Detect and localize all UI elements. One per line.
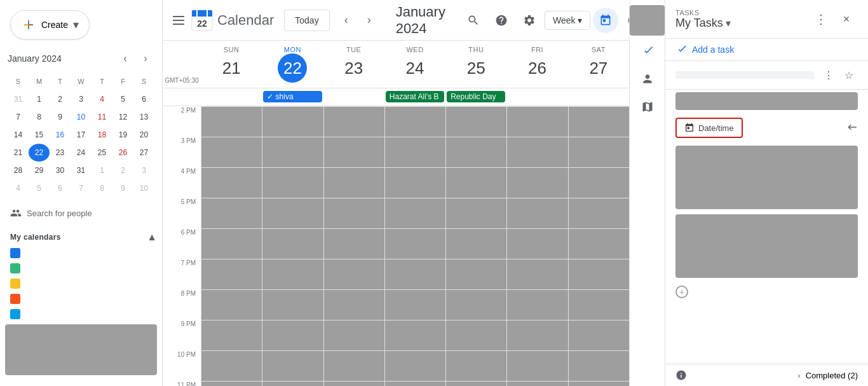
time-cell-2-6[interactable]	[568, 167, 629, 198]
add-task-row[interactable]: Add a task	[665, 39, 868, 61]
time-cell-5-5[interactable]	[506, 259, 567, 289]
time-cell-9-5[interactable]	[506, 381, 567, 386]
time-cell-8-6[interactable]	[568, 350, 629, 381]
time-cell-7-3[interactable]	[384, 320, 445, 350]
time-cell-7-4[interactable]	[445, 320, 506, 350]
time-cell-9-4[interactable]	[445, 381, 506, 386]
cal-item-1[interactable]	[5, 245, 157, 261]
task-star-icon[interactable]: ☆	[840, 66, 858, 84]
time-cell-5-3[interactable]	[384, 259, 445, 289]
side-icon-notification[interactable]	[630, 5, 665, 36]
time-cell-2-4[interactable]	[445, 167, 506, 198]
mini-cal-day[interactable]: 1	[29, 90, 50, 108]
time-cell-8-1[interactable]	[262, 350, 323, 381]
time-cell-3-0[interactable]	[201, 198, 262, 228]
time-cell-2-0[interactable]	[201, 167, 262, 198]
time-cell-1-3[interactable]	[384, 137, 445, 167]
mini-cal-day[interactable]: 15	[29, 126, 50, 144]
create-button[interactable]: Create ▾	[10, 10, 90, 39]
mini-cal-day[interactable]: 9	[112, 179, 133, 197]
time-cell-4-5[interactable]	[506, 228, 567, 259]
task-input-gray[interactable]	[675, 92, 858, 110]
time-cell-7-0[interactable]	[201, 320, 262, 350]
cal-item-3[interactable]	[5, 276, 157, 291]
mini-cal-prev[interactable]: ‹	[116, 50, 134, 67]
search-people[interactable]: Search for people	[0, 202, 162, 224]
task-search-box[interactable]	[675, 71, 815, 79]
task-expand-button[interactable]	[846, 121, 858, 135]
event-shiva[interactable]: ✓ shiva	[263, 91, 322, 102]
time-cell-2-1[interactable]	[262, 167, 323, 198]
settings-button[interactable]	[517, 8, 542, 33]
tasks-more-options[interactable]: ⋮	[812, 9, 830, 29]
event-hazarat[interactable]: Hazarat Ali's B	[386, 91, 444, 102]
tasks-close-button[interactable]: ×	[835, 8, 858, 31]
time-cell-9-2[interactable]	[323, 381, 384, 386]
mini-cal-day[interactable]: 23	[50, 144, 71, 162]
time-cell-0-5[interactable]	[506, 106, 567, 137]
mini-cal-day[interactable]: 10	[133, 179, 154, 197]
today-button[interactable]: Today	[284, 10, 329, 31]
mini-cal-day[interactable]: 4	[8, 179, 29, 197]
time-cell-5-4[interactable]	[445, 259, 506, 289]
mini-cal-day[interactable]: 22	[29, 144, 50, 162]
time-cell-4-2[interactable]	[323, 228, 384, 259]
mini-cal-day[interactable]: 21	[8, 144, 29, 162]
time-cell-3-1[interactable]	[262, 198, 323, 228]
time-cell-4-3[interactable]	[384, 228, 445, 259]
calendar-view-button[interactable]	[593, 8, 618, 33]
mini-cal-day[interactable]: 8	[29, 108, 50, 126]
next-week-button[interactable]: ›	[358, 9, 381, 32]
time-cell-8-5[interactable]	[506, 350, 567, 381]
mini-cal-day[interactable]: 2	[112, 162, 133, 179]
time-cell-3-3[interactable]	[384, 198, 445, 228]
time-cell-9-1[interactable]	[262, 381, 323, 386]
time-cell-0-1[interactable]	[262, 106, 323, 137]
info-icon[interactable]	[675, 369, 687, 381]
mini-cal-day[interactable]: 31	[71, 162, 92, 179]
time-cell-2-2[interactable]	[323, 167, 384, 198]
mini-cal-day[interactable]: 18	[92, 126, 112, 144]
time-cell-1-0[interactable]	[201, 137, 262, 167]
date-time-button[interactable]: Date/time	[675, 118, 743, 138]
mini-cal-day[interactable]: 6	[133, 90, 154, 108]
time-cell-3-6[interactable]	[568, 198, 629, 228]
time-cell-3-2[interactable]	[323, 198, 384, 228]
completed-row[interactable]: › Completed (2)	[797, 371, 858, 380]
event-republic[interactable]: Republic Day	[447, 91, 505, 102]
mini-cal-day[interactable]: 16	[50, 126, 71, 144]
hamburger-menu[interactable]	[173, 8, 184, 33]
time-cell-9-3[interactable]	[384, 381, 445, 386]
time-cell-8-4[interactable]	[445, 350, 506, 381]
cal-item-2[interactable]	[5, 261, 157, 276]
time-cell-7-6[interactable]	[568, 320, 629, 350]
time-cell-7-2[interactable]	[323, 320, 384, 350]
mini-cal-day[interactable]: 3	[133, 162, 154, 179]
time-cell-6-0[interactable]	[201, 289, 262, 320]
time-cell-7-1[interactable]	[262, 320, 323, 350]
my-calendars-header[interactable]: My calendars ▲	[0, 229, 162, 245]
time-cell-6-2[interactable]	[323, 289, 384, 320]
time-cell-6-5[interactable]	[506, 289, 567, 320]
mini-cal-day[interactable]: 25	[92, 144, 112, 162]
side-icon-tasks-active[interactable]	[635, 38, 660, 64]
mini-cal-day[interactable]: 2	[50, 90, 71, 108]
mini-cal-day[interactable]: 29	[29, 162, 50, 179]
time-cell-6-4[interactable]	[445, 289, 506, 320]
mini-cal-day[interactable]: 11	[92, 108, 112, 126]
tasks-view-button[interactable]	[621, 8, 629, 33]
time-grid-scroll[interactable]: 2 PM3 PM4 PM5 PM6 PM7 PM8 PM9 PM10 PM11 …	[163, 106, 629, 386]
time-cell-6-6[interactable]	[568, 289, 629, 320]
mini-cal-next[interactable]: ›	[137, 50, 154, 67]
side-icon-maps[interactable]	[635, 94, 660, 120]
mini-cal-day[interactable]: 27	[133, 144, 154, 162]
time-cell-7-5[interactable]	[506, 320, 567, 350]
mini-cal-day[interactable]: 7	[71, 179, 92, 197]
time-cell-8-3[interactable]	[384, 350, 445, 381]
mini-cal-day[interactable]: 26	[112, 144, 133, 162]
mini-cal-day[interactable]: 13	[133, 108, 154, 126]
mini-cal-day[interactable]: 30	[50, 162, 71, 179]
time-cell-5-1[interactable]	[262, 259, 323, 289]
time-cell-3-4[interactable]	[445, 198, 506, 228]
mini-cal-day[interactable]: 19	[112, 126, 133, 144]
